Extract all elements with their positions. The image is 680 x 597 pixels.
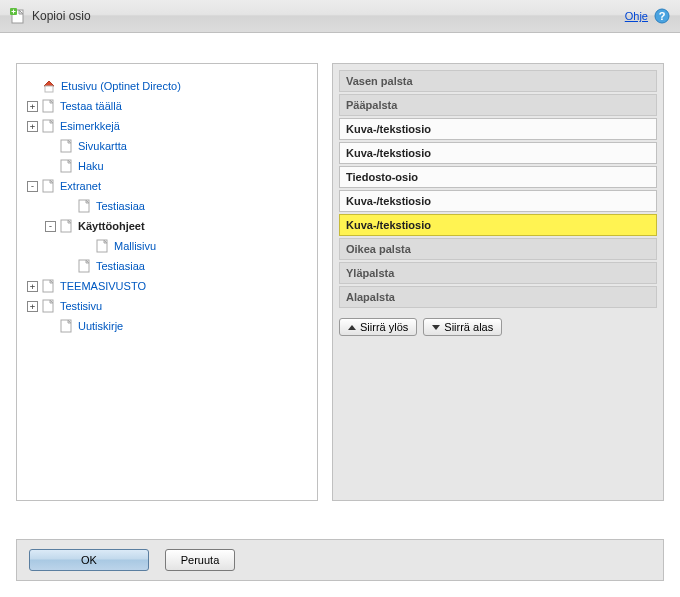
page-icon [42, 279, 55, 293]
page-icon [42, 119, 55, 133]
move-up-label: Siirrä ylös [360, 321, 408, 333]
expander-minus-icon[interactable]: - [45, 221, 56, 232]
section-item[interactable]: Tiedosto-osio [339, 166, 657, 188]
tree-label: Esimerkkejä [60, 120, 120, 132]
tree-label: Sivukartta [78, 140, 127, 152]
tree-label: Uutiskirje [78, 320, 123, 332]
expander-placeholder [63, 201, 74, 212]
page-tree-panel: Etusivu (Optinet Directo) + Testaa tääll… [16, 63, 318, 501]
page-icon [96, 239, 109, 253]
tree-item[interactable]: + Esimerkkejä [27, 116, 307, 136]
column-header-right: Oikea palsta [339, 238, 657, 260]
tree-item[interactable]: - Extranet [27, 176, 307, 196]
titlebar: Kopioi osio Ohje ? [0, 0, 680, 33]
tree-label: TEEMASIVUSTO [60, 280, 146, 292]
section-item[interactable]: Kuva-/tekstiosio [339, 118, 657, 140]
expander-minus-icon[interactable]: - [27, 181, 38, 192]
expander-placeholder [45, 161, 56, 172]
tree-label: Etusivu (Optinet Directo) [61, 80, 181, 92]
expander-placeholder [27, 81, 38, 92]
tree-item[interactable]: Mallisivu [27, 236, 307, 256]
tree-item[interactable]: Haku [27, 156, 307, 176]
page-icon [42, 179, 55, 193]
expander-placeholder [45, 321, 56, 332]
section-item[interactable]: Kuva-/tekstiosio [339, 190, 657, 212]
home-icon [42, 79, 56, 93]
sections-list: Vasen palsta Pääpalsta Kuva-/tekstiosio … [339, 70, 657, 308]
svg-text:?: ? [659, 10, 666, 22]
page-icon [60, 319, 73, 333]
expander-plus-icon[interactable]: + [27, 121, 38, 132]
dialog-footer: OK Peruuta [16, 539, 664, 581]
column-header-bottom: Alapalsta [339, 286, 657, 308]
svg-rect-7 [45, 86, 53, 92]
column-header-top: Yläpalsta [339, 262, 657, 284]
move-down-label: Siirrä alas [444, 321, 493, 333]
tree-item[interactable]: + Testaa täällä [27, 96, 307, 116]
tree-root[interactable]: Etusivu (Optinet Directo) [27, 76, 307, 96]
page-icon [60, 219, 73, 233]
move-down-button[interactable]: Siirrä alas [423, 318, 502, 336]
page-icon [42, 99, 55, 113]
arrow-up-icon [348, 325, 356, 330]
help-link[interactable]: Ohje [625, 10, 648, 22]
tree-label: Testiasiaa [96, 200, 145, 212]
svg-marker-6 [44, 81, 54, 86]
expander-plus-icon[interactable]: + [27, 281, 38, 292]
expander-placeholder [81, 241, 92, 252]
cancel-button[interactable]: Peruuta [165, 549, 235, 571]
column-header-main: Pääpalsta [339, 94, 657, 116]
tree-label: Käyttöohjeet [78, 220, 145, 232]
page-tree: Etusivu (Optinet Directo) + Testaa tääll… [27, 76, 307, 336]
tree-label: Haku [78, 160, 104, 172]
dialog-title: Kopioi osio [32, 9, 91, 23]
page-icon [78, 199, 91, 213]
section-item[interactable]: Kuva-/tekstiosio [339, 142, 657, 164]
tree-label: Testaa täällä [60, 100, 122, 112]
tree-item[interactable]: Testiasiaa [27, 256, 307, 276]
section-item-selected[interactable]: Kuva-/tekstiosio [339, 214, 657, 236]
arrow-down-icon [432, 325, 440, 330]
move-up-button[interactable]: Siirrä ylös [339, 318, 417, 336]
dialog-window: Kopioi osio Ohje ? Etusivu (Optinet Dire… [0, 0, 680, 597]
page-icon [42, 299, 55, 313]
tree-label: Testisivu [60, 300, 102, 312]
svg-rect-3 [12, 11, 16, 12]
body: Etusivu (Optinet Directo) + Testaa tääll… [0, 33, 680, 517]
sections-panel: Vasen palsta Pääpalsta Kuva-/tekstiosio … [332, 63, 664, 501]
copy-section-icon [10, 8, 26, 24]
tree-item[interactable]: + Testisivu [27, 296, 307, 316]
page-icon [60, 159, 73, 173]
expander-plus-icon[interactable]: + [27, 301, 38, 312]
expander-placeholder [45, 141, 56, 152]
tree-item[interactable]: Sivukartta [27, 136, 307, 156]
tree-label: Extranet [60, 180, 101, 192]
ok-button[interactable]: OK [29, 549, 149, 571]
move-buttons: Siirrä ylös Siirrä alas [339, 318, 657, 336]
tree-label: Mallisivu [114, 240, 156, 252]
tree-item-selected[interactable]: - Käyttöohjeet [27, 216, 307, 236]
help-icon[interactable]: ? [654, 8, 670, 24]
page-icon [78, 259, 91, 273]
tree-label: Testiasiaa [96, 260, 145, 272]
page-icon [60, 139, 73, 153]
tree-item[interactable]: Uutiskirje [27, 316, 307, 336]
expander-plus-icon[interactable]: + [27, 101, 38, 112]
expander-placeholder [63, 261, 74, 272]
tree-item[interactable]: + TEEMASIVUSTO [27, 276, 307, 296]
column-header-left: Vasen palsta [339, 70, 657, 92]
tree-item[interactable]: Testiasiaa [27, 196, 307, 216]
